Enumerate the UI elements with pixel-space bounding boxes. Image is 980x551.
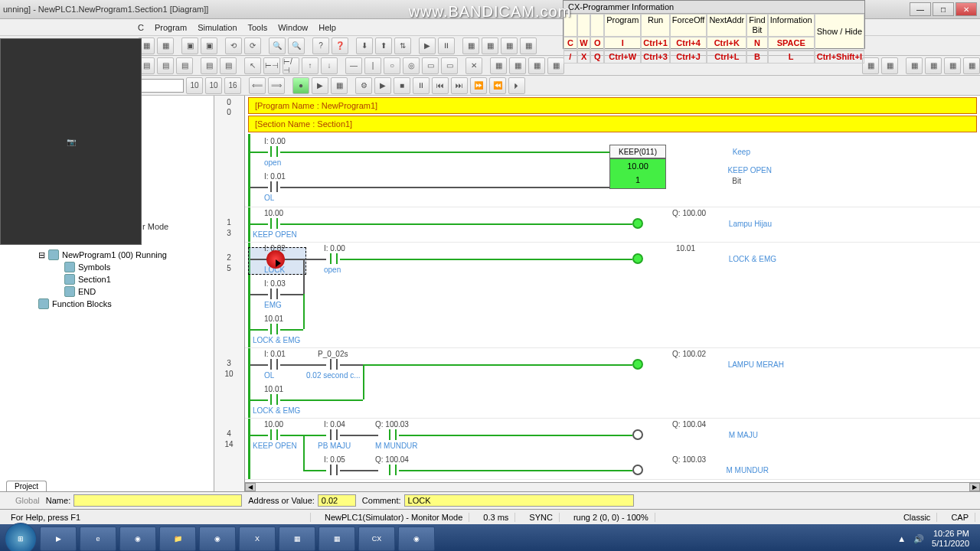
tb-btn[interactable]: ▣ [181, 37, 198, 54]
contact-open2[interactable] [328, 253, 340, 264]
menu-program[interactable]: Program [155, 23, 187, 32]
comment-input[interactable] [404, 494, 634, 507]
coil-m-mundur[interactable] [632, 465, 643, 475]
tb-btn[interactable]: ▦ [906, 57, 923, 74]
tb-btn[interactable]: ▦ [963, 57, 980, 74]
tree-symbols[interactable]: Symbols [38, 261, 167, 273]
contact-ol2[interactable] [268, 359, 280, 370]
tb-btn[interactable]: 🔍 [288, 37, 305, 54]
tb-pointer[interactable]: ↖ [244, 57, 261, 74]
tb-btn[interactable]: ▦ [490, 57, 507, 74]
tb-btn[interactable]: — [345, 57, 362, 74]
tb-pause[interactable]: ⏸ [413, 77, 430, 94]
menu-help[interactable]: Help [318, 23, 336, 32]
tb-btn[interactable]: ⟹ [268, 77, 285, 94]
contact-emg[interactable] [268, 289, 280, 299]
tb-contact-no[interactable]: ⊢⊣ [263, 57, 280, 74]
task-chrome2[interactable]: ◉ [199, 527, 236, 551]
tb-btn[interactable]: ⏮ [432, 77, 449, 94]
tb-btn[interactable]: 10 [205, 77, 222, 94]
tb-btn[interactable]: ⬆ [375, 37, 392, 54]
maximize-button[interactable]: □ [933, 2, 954, 16]
tb-btn[interactable]: ▦ [331, 77, 348, 94]
tree-function-blocks[interactable]: Function Blocks [38, 298, 167, 310]
tb-btn[interactable]: ▦ [462, 37, 479, 54]
tb-btn[interactable]: ⏸ [438, 37, 455, 54]
tb-btn[interactable]: ▭ [441, 57, 458, 74]
tb-btn[interactable]: ▭ [422, 57, 439, 74]
tb-btn[interactable]: ▶ [374, 77, 391, 94]
tb-btn[interactable]: ▦ [862, 57, 879, 74]
task-media[interactable]: ▶ [40, 527, 77, 551]
tb-btn[interactable]: ◎ [403, 57, 420, 74]
tb-btn[interactable]: ⏵ [508, 77, 525, 94]
tb-btn[interactable]: ⏭ [451, 77, 468, 94]
tb-btn[interactable]: ⟳ [244, 37, 261, 54]
tray-flag-icon[interactable]: ▲ [897, 534, 906, 543]
scroll-left-button[interactable]: ◀ [245, 483, 256, 491]
tb-btn[interactable]: ⏪ [489, 77, 506, 94]
tb-btn[interactable]: ▤ [176, 57, 193, 74]
task-ie[interactable]: e [80, 527, 116, 551]
tb-btn[interactable]: | [364, 57, 381, 74]
task-chrome[interactable]: ◉ [119, 527, 156, 551]
minimize-button[interactable]: — [910, 2, 931, 16]
tb-btn[interactable]: 🔍 [269, 37, 286, 54]
tree-end[interactable]: END [38, 285, 167, 298]
task-cx[interactable]: CX [358, 527, 395, 551]
task-app2[interactable]: ▦ [318, 527, 355, 551]
tb-btn[interactable]: ⟸ [249, 77, 266, 94]
tb-btn[interactable]: ▶ [312, 77, 328, 94]
tb-btn[interactable]: ⟲ [225, 37, 242, 54]
horizontal-scrollbar[interactable]: ◀ ▶ [245, 482, 980, 491]
scroll-right-button[interactable]: ▶ [969, 483, 980, 491]
tb-btn[interactable]: ▤ [220, 57, 237, 74]
task-app1[interactable]: ▦ [279, 527, 315, 551]
coil-lock-emg[interactable] [632, 253, 643, 264]
tb-btn[interactable]: ⇅ [394, 37, 411, 54]
task-excel[interactable]: X [239, 527, 276, 551]
task-explorer[interactable]: 📁 [159, 527, 196, 551]
tb-online[interactable]: ● [292, 77, 309, 94]
contact-ol[interactable] [268, 181, 280, 192]
tb-btn[interactable]: ❓ [332, 37, 348, 54]
tb-btn[interactable]: ⚙ [355, 77, 372, 94]
contact-m-mundur[interactable] [387, 429, 399, 440]
coil-lampu-hijau[interactable] [632, 218, 643, 229]
system-tray[interactable]: ▲ 🔊 10:26 PM 5/11/2020 [897, 529, 975, 549]
address-input[interactable] [318, 494, 356, 507]
tb-combo[interactable] [138, 79, 184, 93]
tree-section1[interactable]: Section1 [38, 273, 167, 285]
tb-btn[interactable]: ▦ [501, 37, 518, 54]
contact-m-maju[interactable] [387, 465, 399, 475]
tb-btn[interactable]: ▤ [201, 57, 217, 74]
tb-btn[interactable]: ▦ [520, 37, 537, 54]
contact-keep-open[interactable] [268, 218, 280, 229]
task-bandi[interactable]: ◉ [398, 527, 435, 551]
tree-program[interactable]: ⊟ NewProgram1 (00) Running [38, 249, 167, 261]
tray-speaker-icon[interactable]: 🔊 [913, 534, 924, 544]
menu-tools[interactable]: Tools [248, 23, 268, 32]
menu-window[interactable]: Window [278, 23, 308, 32]
coil-lampu-merah[interactable] [632, 359, 643, 370]
name-input[interactable] [74, 494, 242, 507]
tb-btn[interactable]: ▦ [925, 57, 942, 74]
tb-btn[interactable]: ↑ [302, 57, 318, 74]
tb-btn[interactable]: ▦ [881, 57, 898, 74]
tb-btn[interactable]: ▣ [201, 37, 217, 54]
ladder-diagram[interactable]: 0 0 1 3 2 5 3 10 4 14 [Program Name : Ne… [214, 96, 980, 491]
tb-btn[interactable]: ↓ [321, 57, 338, 74]
start-button[interactable]: ⊞ [5, 523, 37, 551]
tb-btn[interactable]: 10 [186, 77, 203, 94]
project-tab[interactable]: Project [6, 481, 47, 491]
tb-btn[interactable]: ▶ [419, 37, 436, 54]
tb-contact-nc[interactable]: ⊢/⊣ [283, 57, 299, 74]
contact-pb-maju[interactable] [328, 429, 340, 440]
tb-btn[interactable]: ⬇ [356, 37, 373, 54]
keep-operand[interactable]: 10.00 1 [609, 158, 666, 189]
contact-timer[interactable] [328, 359, 340, 370]
tb-btn[interactable]: ▦ [509, 57, 526, 74]
contact-lock-emg2[interactable] [268, 394, 280, 405]
tb-btn[interactable]: ▦ [944, 57, 961, 74]
menu-simulation[interactable]: Simulation [198, 23, 237, 32]
